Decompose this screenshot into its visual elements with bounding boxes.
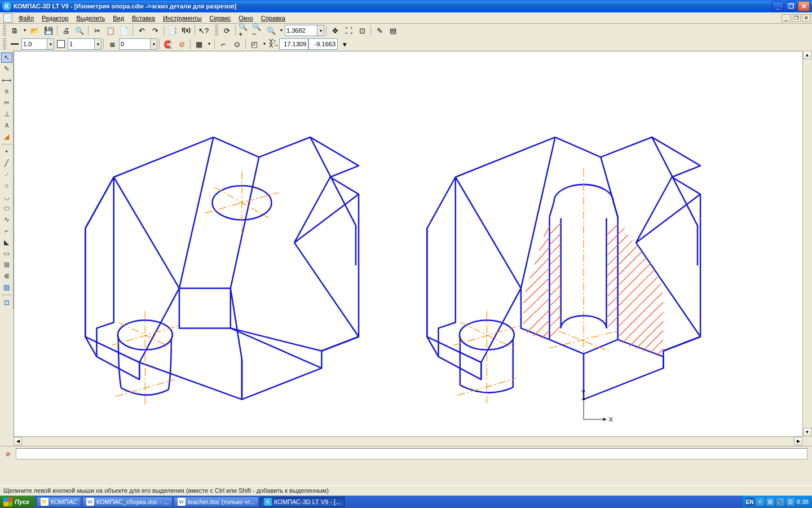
coord-x-input[interactable] xyxy=(279,38,308,50)
menu-tools[interactable]: Инструменты xyxy=(159,14,206,23)
vertical-scrollbar[interactable]: ▲ ▼ xyxy=(802,51,812,436)
layer-input[interactable] xyxy=(119,38,151,50)
redraw-button[interactable]: ✎ xyxy=(373,24,386,37)
zoom-window-button[interactable]: 🔍 xyxy=(265,24,277,37)
copy-button[interactable]: 📋 xyxy=(104,24,117,37)
zoom-previous-button[interactable]: ⊡ xyxy=(356,24,368,37)
round-button[interactable]: ⊙ xyxy=(231,38,243,50)
menu-file[interactable]: Файл xyxy=(15,14,38,23)
drawing-canvas[interactable]: X Y xyxy=(14,51,812,446)
color-button[interactable] xyxy=(55,38,67,50)
taskbar-item-kompas[interactable]: K КОМПАС-3D LT V9 - [... xyxy=(260,497,345,507)
current-style-input[interactable] xyxy=(68,38,95,50)
cut-button[interactable]: ✂ xyxy=(91,24,103,37)
save-button[interactable]: 💾 xyxy=(42,24,55,37)
line-tool[interactable]: ╱ xyxy=(1,158,12,168)
menu-view[interactable]: Вид xyxy=(109,14,128,23)
variables-button[interactable]: f(x) xyxy=(180,24,192,37)
scroll-right-button[interactable]: ▶ xyxy=(794,437,802,445)
taskbar-item-word2[interactable]: W teacher.doc (только чт... xyxy=(174,497,259,507)
undo-button[interactable]: ↶ xyxy=(135,24,148,37)
refresh-button[interactable]: ⟳ xyxy=(220,24,233,37)
redo-button[interactable]: ↷ xyxy=(149,24,161,37)
tray-icon[interactable]: ⊞ xyxy=(766,498,774,506)
arc-tool[interactable]: ◡ xyxy=(1,192,12,202)
restore-button[interactable]: ❐ xyxy=(785,1,797,11)
spec-tool[interactable]: ◢ xyxy=(1,132,12,142)
zoom-value-dropdown[interactable]: ▾ xyxy=(317,25,324,36)
preview-button[interactable]: 🔍 xyxy=(73,24,86,37)
command-stop-button[interactable]: ⊘ xyxy=(3,449,13,459)
tray-icon[interactable]: « xyxy=(756,498,764,506)
grid-dropdown[interactable]: ▾ xyxy=(206,38,212,50)
select-tool[interactable]: ↖ xyxy=(1,52,12,63)
mdi-minimize-button[interactable]: _ xyxy=(782,14,791,22)
edit-tool[interactable]: ✂ xyxy=(1,98,12,108)
start-button[interactable]: Пуск xyxy=(0,496,36,508)
horizontal-scrollbar[interactable]: ◀ ▶ xyxy=(14,436,802,446)
toolbar-grip[interactable] xyxy=(3,38,6,50)
tray-icon[interactable]: 🔊 xyxy=(776,498,784,506)
close-button[interactable]: ✕ xyxy=(798,1,810,11)
zoom-in-button[interactable]: 🔍+ xyxy=(238,24,250,37)
properties-button[interactable]: 📑 xyxy=(166,24,179,37)
scroll-left-button[interactable]: ◀ xyxy=(14,437,22,445)
snap-toggle-button[interactable]: 🧲 xyxy=(162,38,174,50)
toolbar-grip[interactable] xyxy=(215,25,218,36)
ellipse-tool[interactable]: ⬭ xyxy=(1,203,12,213)
mdi-restore-button[interactable]: ❐ xyxy=(792,14,801,22)
layer-manager-button[interactable]: ≣ xyxy=(106,38,118,50)
local-cs-dropdown[interactable]: ▾ xyxy=(262,38,267,50)
new-button[interactable]: 🗎 xyxy=(8,24,21,37)
hatch-tool[interactable]: ▨ xyxy=(1,282,12,292)
coord-y-input[interactable] xyxy=(308,38,338,50)
insert-fragment-tool[interactable]: ⊡ xyxy=(1,297,12,308)
paste-button[interactable]: 📄 xyxy=(118,24,130,37)
open-button[interactable]: 📂 xyxy=(29,24,41,37)
ortho-button[interactable]: ⌐ xyxy=(217,38,230,50)
menu-service[interactable]: Сервис xyxy=(206,14,235,23)
point-tool[interactable]: • xyxy=(1,147,12,157)
layer-dropdown[interactable]: ▾ xyxy=(151,38,157,50)
circle-tool[interactable]: ○ xyxy=(1,181,12,191)
pan-button[interactable]: ✥ xyxy=(329,24,341,37)
local-cs-button[interactable]: ◰ xyxy=(248,38,261,50)
toolbar-grip[interactable] xyxy=(3,25,6,36)
zoom-fit-button[interactable]: ⛶ xyxy=(342,24,355,37)
taskbar-item-word1[interactable]: W КОМПАС_сборка.doc - ... xyxy=(82,497,173,507)
taskbar-item-folder[interactable]: 📁 КОМПАС xyxy=(37,497,81,507)
help-cursor-button[interactable]: ↖? xyxy=(197,24,210,37)
new-dropdown[interactable]: ▾ xyxy=(22,24,28,37)
aux-line-tool[interactable]: ⟋ xyxy=(1,169,12,179)
clock[interactable]: 8:38 xyxy=(797,498,809,505)
zoom-dropdown[interactable]: ▾ xyxy=(279,24,284,37)
menu-edit[interactable]: Редактор xyxy=(38,14,72,23)
layers-button[interactable]: ▤ xyxy=(387,24,399,37)
language-indicator[interactable]: EN xyxy=(746,498,754,506)
minimize-button[interactable]: _ xyxy=(772,1,784,11)
polyline-tool[interactable]: ⌐ xyxy=(1,226,12,236)
scroll-down-button[interactable]: ▼ xyxy=(803,428,811,436)
current-style-dropdown[interactable]: ▾ xyxy=(95,38,102,50)
menu-window[interactable]: Окно xyxy=(235,14,257,23)
print-button[interactable]: 🖨 xyxy=(60,24,72,37)
menu-select[interactable]: Выделить xyxy=(72,14,109,23)
equidistant-tool[interactable]: ⋐ xyxy=(1,271,12,281)
snap-off-button[interactable]: ⊘ xyxy=(175,38,188,50)
grid-button[interactable]: ▦ xyxy=(193,38,205,50)
menu-help[interactable]: Справка xyxy=(257,14,289,23)
rect-tool[interactable]: ▭ xyxy=(1,248,12,259)
coord-lock-button[interactable]: ▾ xyxy=(338,38,351,50)
chamfer-tool[interactable]: ◣ xyxy=(1,237,12,247)
dimensions-tool[interactable]: ⟷ xyxy=(1,75,12,85)
line-style-button[interactable] xyxy=(8,38,21,50)
notation-tool[interactable]: ≡ xyxy=(1,86,12,97)
spline-tool[interactable]: ∿ xyxy=(1,214,12,225)
parametrize-tool[interactable]: ⊥ xyxy=(1,109,12,119)
tray-icon[interactable]: ⊡ xyxy=(787,498,795,506)
zoom-out-button[interactable]: 🔍− xyxy=(251,24,264,37)
geometry-tool[interactable]: ✎ xyxy=(1,64,12,74)
mdi-close-button[interactable]: ✕ xyxy=(802,14,811,22)
line-width-dropdown[interactable]: ▾ xyxy=(47,38,54,50)
zoom-value-input[interactable] xyxy=(285,25,317,36)
